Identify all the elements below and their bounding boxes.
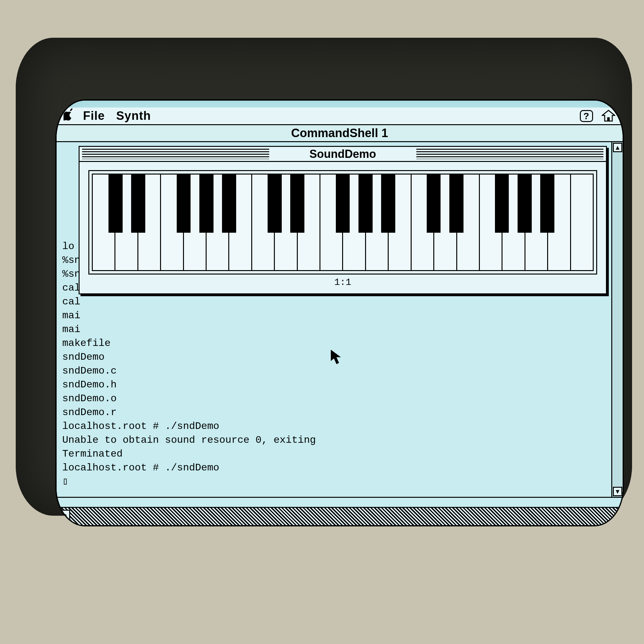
commandshell-titlebar[interactable]: CommandShell 1 xyxy=(57,125,623,142)
sounddemo-window[interactable]: SoundDemo 1:1 xyxy=(79,146,607,294)
piano-black-key[interactable] xyxy=(381,175,395,233)
screen: File Synth ? CommandShell 1 lo %sn %sn c… xyxy=(57,101,623,525)
piano-black-key[interactable] xyxy=(358,175,373,233)
titlebar-pinstripes xyxy=(416,149,603,159)
piano-black-key[interactable] xyxy=(449,175,464,233)
piano-black-key[interactable] xyxy=(495,175,509,233)
titlebar-pinstripes xyxy=(82,149,269,159)
shell-bottom-scroll[interactable] xyxy=(57,497,623,507)
menu-file[interactable]: File xyxy=(83,109,105,123)
shell-scrollbar[interactable]: ▲ ▼ xyxy=(611,142,623,497)
scroll-up-arrow-icon[interactable]: ▲ xyxy=(613,143,622,152)
sounddemo-content: 1:1 xyxy=(80,162,606,293)
piano-black-key[interactable] xyxy=(336,175,350,233)
status-strip: s xyxy=(57,507,623,525)
menubar: File Synth ? xyxy=(57,108,623,125)
scroll-down-arrow-icon[interactable]: ▼ xyxy=(613,487,622,496)
piano-black-key[interactable] xyxy=(222,175,236,233)
apple-menu-icon[interactable] xyxy=(64,108,75,123)
commandshell-title: CommandShell 1 xyxy=(291,126,388,140)
sounddemo-titlebar[interactable]: SoundDemo xyxy=(80,147,606,162)
piano-black-key[interactable] xyxy=(108,175,123,233)
app-switcher-icon[interactable] xyxy=(601,109,616,123)
keyboard-frame xyxy=(88,170,597,275)
zoom-ratio: 1:1 xyxy=(88,275,597,288)
piano-black-key[interactable] xyxy=(199,175,214,233)
piano-black-key[interactable] xyxy=(290,175,304,233)
piano-black-key[interactable] xyxy=(427,175,441,233)
piano-black-key[interactable] xyxy=(518,175,532,233)
status-tag: s xyxy=(59,510,70,522)
svg-rect-1 xyxy=(607,117,610,121)
menu-synth[interactable]: Synth xyxy=(116,109,151,123)
help-icon[interactable]: ? xyxy=(579,109,594,123)
piano-black-key[interactable] xyxy=(131,175,145,233)
piano-black-key[interactable] xyxy=(268,175,282,233)
piano-white-key[interactable] xyxy=(571,175,593,270)
piano-black-key[interactable] xyxy=(177,175,191,233)
sounddemo-title: SoundDemo xyxy=(304,147,382,161)
piano-keyboard[interactable] xyxy=(92,174,594,271)
monitor-bezel: File Synth ? CommandShell 1 lo %sn %sn c… xyxy=(16,38,632,516)
help-label: ? xyxy=(580,110,593,122)
piano-black-key[interactable] xyxy=(540,175,554,233)
